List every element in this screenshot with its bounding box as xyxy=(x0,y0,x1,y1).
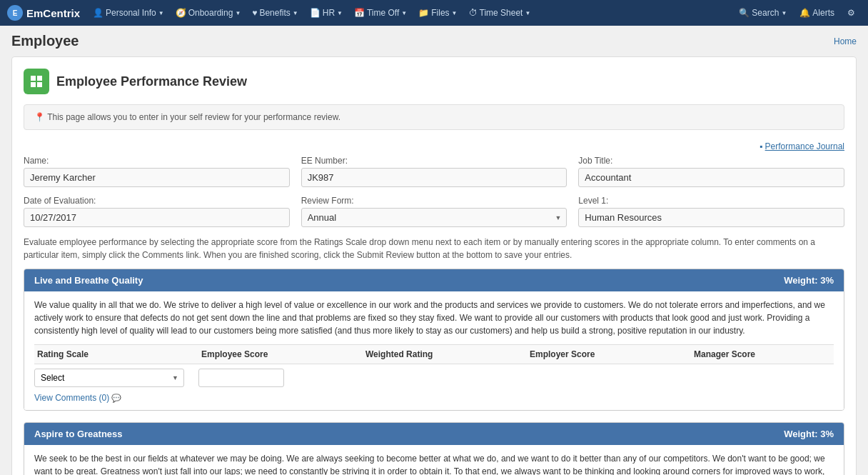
personal-info-icon: 👤 xyxy=(93,8,104,18)
perf-section-title-0: Live and Breathe Quality xyxy=(34,275,143,286)
perf-table-header-0: Rating Scale Employee Score Weighted Rat… xyxy=(34,344,834,364)
navbar: E EmCentrix 👤 Personal Info ▼ 🧭 Onboardi… xyxy=(0,0,868,26)
logo-icon: E xyxy=(7,5,23,21)
perf-section-weight-0: Weight: 3% xyxy=(784,275,834,286)
form-group-name: Name: xyxy=(24,156,290,187)
nav-time-off[interactable]: 📅 Time Off ▼ xyxy=(348,0,413,26)
name-input[interactable] xyxy=(24,168,290,187)
nav-hr[interactable]: 📄 HR ▼ xyxy=(304,0,348,26)
chevron-down-icon: ▼ xyxy=(401,10,407,16)
time-sheet-icon: ⏱ xyxy=(469,8,478,18)
col-manager-score-0: Manager Score xyxy=(691,349,834,359)
brand-name: EmCentrix xyxy=(26,7,80,19)
employee-score-cell-0 xyxy=(198,369,363,387)
chevron-down-icon: ▼ xyxy=(235,10,241,16)
main-card: Employee Performance Review 📍 This page … xyxy=(11,56,857,475)
svg-rect-2 xyxy=(31,82,36,87)
job-title-input[interactable] xyxy=(578,168,844,187)
perf-section-0: Live and Breathe Quality Weight: 3% We v… xyxy=(24,269,844,411)
date-eval-label: Date of Evaluation: xyxy=(24,196,290,206)
ee-number-label: EE Number: xyxy=(301,156,567,166)
svg-rect-1 xyxy=(37,76,42,81)
rating-scale-select-wrapper-0: Select xyxy=(34,369,184,387)
nav-alerts[interactable]: 🔔 Alerts xyxy=(794,0,840,26)
performance-review-icon xyxy=(24,69,49,94)
date-eval-input[interactable] xyxy=(24,208,290,227)
svg-rect-0 xyxy=(31,76,36,81)
nav-right: 🔍 Search ▼ 🔔 Alerts ⚙ xyxy=(733,0,861,26)
page-title: Employee xyxy=(11,33,79,49)
form-group-review-form: Review Form: Annual xyxy=(301,196,567,227)
hr-icon: 📄 xyxy=(310,8,321,18)
perf-section-desc-1: We seek to be the best in our fields at … xyxy=(34,452,834,475)
page-header: Employee Home xyxy=(11,33,857,49)
perf-section-weight-1: Weight: 3% xyxy=(784,429,834,439)
chevron-down-icon: ▼ xyxy=(781,10,787,16)
form-group-date-eval: Date of Evaluation: xyxy=(24,196,290,227)
chevron-down-icon: ▼ xyxy=(452,10,458,16)
search-icon: 🔍 xyxy=(739,8,750,18)
perf-section-body-0: We value quality in all that we do. We s… xyxy=(24,291,844,410)
nav-search[interactable]: 🔍 Search ▼ xyxy=(733,0,792,26)
svg-rect-3 xyxy=(37,82,42,87)
chevron-down-icon: ▼ xyxy=(525,10,530,16)
rating-scale-cell-0: Select xyxy=(34,369,198,387)
nav-settings[interactable]: ⚙ xyxy=(842,0,861,26)
ee-number-input[interactable] xyxy=(301,168,567,187)
gear-icon: ⚙ xyxy=(847,8,855,18)
perf-journal-anchor[interactable]: Performance Journal xyxy=(765,141,844,151)
section-header: Employee Performance Review xyxy=(24,69,844,94)
page-container: Employee Home Employee Performance Revie… xyxy=(0,26,868,475)
review-form-select-wrapper: Annual xyxy=(301,208,567,227)
col-rating-scale-0: Rating Scale xyxy=(34,349,198,359)
view-comments-0[interactable]: View Comments (0) 💬 xyxy=(34,393,834,403)
files-icon: 📁 xyxy=(418,8,429,18)
perf-section-body-1: We seek to be the best in our fields at … xyxy=(24,445,844,475)
time-off-icon: 📅 xyxy=(354,8,365,18)
perf-section-header-0: Live and Breathe Quality Weight: 3% xyxy=(24,269,844,291)
rating-scale-select-0[interactable]: Select xyxy=(34,369,184,387)
nav-benefits[interactable]: ♥ Benefits ▼ xyxy=(246,0,303,26)
level1-label: Level 1: xyxy=(578,196,844,206)
form-group-job-title: Job Title: xyxy=(578,156,844,187)
chevron-down-icon: ▼ xyxy=(293,10,298,16)
review-form-select[interactable]: Annual xyxy=(301,208,567,227)
col-weighted-rating-0: Weighted Rating xyxy=(363,349,527,359)
section-title: Employee Performance Review xyxy=(56,74,247,89)
form-row-2: Date of Evaluation: Review Form: Annual … xyxy=(24,196,844,227)
instructions-text: Evaluate employee performance by selecti… xyxy=(24,236,844,261)
perf-section-desc-0: We value quality in all that we do. We s… xyxy=(34,299,834,337)
name-label: Name: xyxy=(24,156,290,166)
perf-journal-link: ▪ Performance Journal xyxy=(24,141,844,151)
nav-onboarding[interactable]: 🧭 Onboarding ▼ xyxy=(170,0,247,26)
review-form-label: Review Form: xyxy=(301,196,567,206)
comment-icon-0: 💬 xyxy=(111,394,121,402)
form-group-ee-number: EE Number: xyxy=(301,156,567,187)
perf-table-row-0: Select xyxy=(34,369,834,387)
notice-icon: 📍 xyxy=(34,112,45,122)
notice-text: This page allows you to enter in your se… xyxy=(47,112,340,122)
notice-box: 📍 This page allows you to enter in your … xyxy=(24,104,844,130)
perf-section-header-1: Aspire to Greatness Weight: 3% xyxy=(24,423,844,445)
benefits-icon: ♥ xyxy=(252,8,257,18)
job-title-label: Job Title: xyxy=(578,156,844,166)
employee-score-input-0[interactable] xyxy=(198,369,284,387)
chevron-down-icon: ▼ xyxy=(337,10,343,16)
perf-section-title-1: Aspire to Greatness xyxy=(34,429,123,439)
onboarding-icon: 🧭 xyxy=(176,8,186,18)
chevron-down-icon: ▼ xyxy=(158,10,164,16)
form-row-1: Name: EE Number: Job Title: xyxy=(24,156,844,187)
brand-logo[interactable]: E EmCentrix xyxy=(7,5,80,21)
col-employee-score-0: Employee Score xyxy=(198,349,363,359)
journal-icon: ▪ xyxy=(760,141,762,151)
nav-time-sheet[interactable]: ⏱ Time Sheet ▼ xyxy=(463,0,537,26)
breadcrumb-home[interactable]: Home xyxy=(834,36,857,46)
nav-files[interactable]: 📁 Files ▼ xyxy=(413,0,463,26)
col-employer-score-0: Employer Score xyxy=(527,349,691,359)
perf-section-1: Aspire to Greatness Weight: 3% We seek t… xyxy=(24,422,844,475)
level1-input[interactable] xyxy=(578,208,844,227)
bell-icon: 🔔 xyxy=(799,8,810,18)
nav-personal-info[interactable]: 👤 Personal Info ▼ xyxy=(87,0,170,26)
form-group-level1: Level 1: xyxy=(578,196,844,227)
